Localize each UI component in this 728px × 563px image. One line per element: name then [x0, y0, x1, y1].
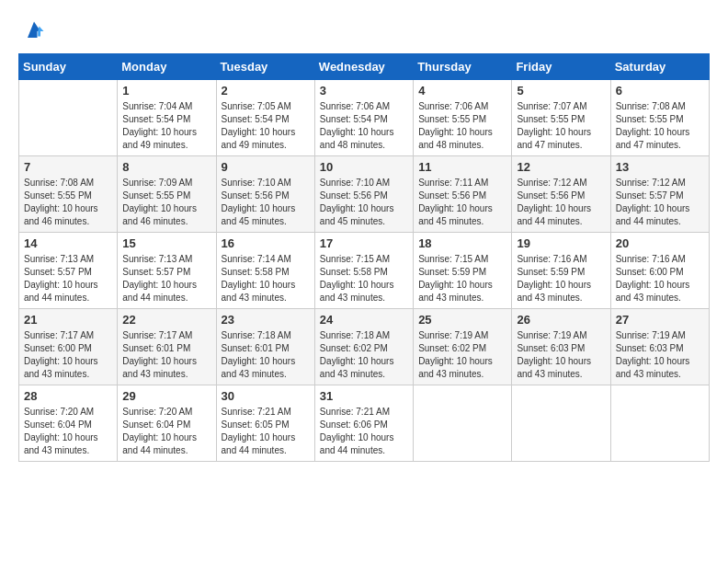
day-detail: Sunrise: 7:14 AMSunset: 5:58 PMDaylight:…: [222, 253, 310, 304]
calendar-week-row: 1Sunrise: 7:04 AMSunset: 5:54 PMDaylight…: [19, 80, 710, 156]
calendar-cell: 20Sunrise: 7:16 AMSunset: 6:00 PMDayligh…: [610, 233, 709, 309]
calendar-cell: 6Sunrise: 7:08 AMSunset: 5:55 PMDaylight…: [610, 80, 709, 156]
day-number: 24: [320, 313, 408, 327]
day-number: 12: [517, 160, 605, 174]
day-detail: Sunrise: 7:19 AMSunset: 6:02 PMDaylight:…: [418, 329, 506, 381]
day-number: 26: [517, 313, 605, 327]
day-detail: Sunrise: 7:19 AMSunset: 6:03 PMDaylight:…: [517, 329, 605, 381]
day-number: 21: [24, 313, 112, 327]
calendar-cell: 12Sunrise: 7:12 AMSunset: 5:56 PMDayligh…: [512, 156, 610, 233]
calendar-header-wednesday: Wednesday: [314, 54, 413, 80]
day-detail: Sunrise: 7:18 AMSunset: 6:02 PMDaylight:…: [320, 329, 408, 381]
calendar-cell: 25Sunrise: 7:19 AMSunset: 6:02 PMDayligh…: [414, 309, 512, 385]
calendar-cell: 24Sunrise: 7:18 AMSunset: 6:02 PMDayligh…: [314, 309, 413, 385]
day-number: 8: [122, 160, 210, 174]
day-detail: Sunrise: 7:12 AMSunset: 5:56 PMDaylight:…: [517, 177, 605, 228]
calendar-cell: 10Sunrise: 7:10 AMSunset: 5:56 PMDayligh…: [314, 156, 413, 233]
calendar-cell: 5Sunrise: 7:07 AMSunset: 5:55 PMDaylight…: [512, 80, 610, 156]
day-detail: Sunrise: 7:13 AMSunset: 5:57 PMDaylight:…: [24, 253, 112, 304]
calendar-header-sunday: Sunday: [19, 54, 118, 80]
calendar-cell: 3Sunrise: 7:06 AMSunset: 5:54 PMDaylight…: [314, 80, 413, 156]
day-detail: Sunrise: 7:16 AMSunset: 5:59 PMDaylight:…: [517, 253, 605, 304]
day-number: 4: [418, 84, 506, 98]
day-detail: Sunrise: 7:09 AMSunset: 5:55 PMDaylight:…: [122, 177, 210, 228]
calendar-cell: 14Sunrise: 7:13 AMSunset: 5:57 PMDayligh…: [19, 233, 118, 309]
page-header: [18, 18, 710, 44]
calendar-cell: 18Sunrise: 7:15 AMSunset: 5:59 PMDayligh…: [414, 233, 512, 309]
calendar-header-tuesday: Tuesday: [216, 54, 314, 80]
calendar-header-monday: Monday: [118, 54, 216, 80]
calendar-cell: 21Sunrise: 7:17 AMSunset: 6:00 PMDayligh…: [19, 309, 118, 385]
day-detail: Sunrise: 7:17 AMSunset: 6:00 PMDaylight:…: [24, 329, 112, 381]
day-number: 3: [320, 84, 408, 98]
calendar-header-saturday: Saturday: [610, 54, 709, 80]
calendar-cell: 16Sunrise: 7:14 AMSunset: 5:58 PMDayligh…: [216, 233, 314, 309]
calendar-cell: 7Sunrise: 7:08 AMSunset: 5:55 PMDaylight…: [19, 156, 118, 233]
day-number: 16: [222, 236, 310, 250]
day-number: 9: [222, 160, 310, 174]
day-detail: Sunrise: 7:06 AMSunset: 5:55 PMDaylight:…: [418, 100, 506, 152]
calendar-header-thursday: Thursday: [414, 54, 512, 80]
day-number: 25: [418, 313, 506, 327]
calendar-cell: 31Sunrise: 7:21 AMSunset: 6:06 PMDayligh…: [314, 385, 413, 462]
calendar-cell: [414, 385, 512, 462]
calendar-cell: 30Sunrise: 7:21 AMSunset: 6:05 PMDayligh…: [216, 385, 314, 462]
calendar-cell: 29Sunrise: 7:20 AMSunset: 6:04 PMDayligh…: [118, 385, 216, 462]
day-number: 27: [616, 313, 704, 327]
day-detail: Sunrise: 7:08 AMSunset: 5:55 PMDaylight:…: [616, 100, 704, 152]
day-detail: Sunrise: 7:17 AMSunset: 6:01 PMDaylight:…: [122, 329, 210, 381]
calendar-week-row: 7Sunrise: 7:08 AMSunset: 5:55 PMDaylight…: [19, 156, 710, 233]
day-number: 22: [122, 313, 210, 327]
day-number: 13: [616, 160, 704, 174]
calendar-cell: 4Sunrise: 7:06 AMSunset: 5:55 PMDaylight…: [414, 80, 512, 156]
calendar-cell: [610, 385, 709, 462]
calendar-table: SundayMondayTuesdayWednesdayThursdayFrid…: [18, 53, 710, 462]
day-number: 29: [122, 389, 210, 403]
day-number: 7: [24, 160, 112, 174]
day-number: 28: [24, 389, 112, 403]
calendar-cell: [19, 80, 118, 156]
day-detail: Sunrise: 7:21 AMSunset: 6:05 PMDaylight:…: [222, 406, 310, 457]
day-detail: Sunrise: 7:06 AMSunset: 5:54 PMDaylight:…: [320, 100, 408, 152]
day-number: 11: [418, 160, 506, 174]
day-detail: Sunrise: 7:16 AMSunset: 6:00 PMDaylight:…: [616, 253, 704, 304]
day-detail: Sunrise: 7:20 AMSunset: 6:04 PMDaylight:…: [122, 406, 210, 457]
calendar-cell: 2Sunrise: 7:05 AMSunset: 5:54 PMDaylight…: [216, 80, 314, 156]
day-number: 31: [320, 389, 408, 403]
day-number: 1: [122, 84, 210, 98]
day-number: 17: [320, 236, 408, 250]
day-detail: Sunrise: 7:18 AMSunset: 6:01 PMDaylight:…: [222, 329, 310, 381]
day-number: 6: [616, 84, 704, 98]
logo-icon: [21, 18, 47, 44]
day-number: 15: [122, 236, 210, 250]
calendar-header-row: SundayMondayTuesdayWednesdayThursdayFrid…: [19, 54, 710, 80]
calendar-cell: 9Sunrise: 7:10 AMSunset: 5:56 PMDaylight…: [216, 156, 314, 233]
calendar-week-row: 21Sunrise: 7:17 AMSunset: 6:00 PMDayligh…: [19, 309, 710, 385]
day-detail: Sunrise: 7:21 AMSunset: 6:06 PMDaylight:…: [320, 406, 408, 457]
day-number: 30: [222, 389, 310, 403]
calendar-cell: 15Sunrise: 7:13 AMSunset: 5:57 PMDayligh…: [118, 233, 216, 309]
calendar-week-row: 14Sunrise: 7:13 AMSunset: 5:57 PMDayligh…: [19, 233, 710, 309]
calendar-header-friday: Friday: [512, 54, 610, 80]
day-detail: Sunrise: 7:13 AMSunset: 5:57 PMDaylight:…: [122, 253, 210, 304]
calendar-cell: 27Sunrise: 7:19 AMSunset: 6:03 PMDayligh…: [610, 309, 709, 385]
day-detail: Sunrise: 7:15 AMSunset: 5:58 PMDaylight:…: [320, 253, 408, 304]
day-detail: Sunrise: 7:10 AMSunset: 5:56 PMDaylight:…: [320, 177, 408, 228]
day-detail: Sunrise: 7:10 AMSunset: 5:56 PMDaylight:…: [222, 177, 310, 228]
calendar-week-row: 28Sunrise: 7:20 AMSunset: 6:04 PMDayligh…: [19, 385, 710, 462]
calendar-cell: 1Sunrise: 7:04 AMSunset: 5:54 PMDaylight…: [118, 80, 216, 156]
day-number: 14: [24, 236, 112, 250]
day-detail: Sunrise: 7:05 AMSunset: 5:54 PMDaylight:…: [222, 100, 310, 152]
calendar-cell: 11Sunrise: 7:11 AMSunset: 5:56 PMDayligh…: [414, 156, 512, 233]
calendar-cell: 17Sunrise: 7:15 AMSunset: 5:58 PMDayligh…: [314, 233, 413, 309]
logo: [18, 18, 47, 44]
day-number: 20: [616, 236, 704, 250]
calendar-cell: 26Sunrise: 7:19 AMSunset: 6:03 PMDayligh…: [512, 309, 610, 385]
day-number: 18: [418, 236, 506, 250]
day-number: 2: [222, 84, 310, 98]
day-number: 23: [222, 313, 310, 327]
day-detail: Sunrise: 7:07 AMSunset: 5:55 PMDaylight:…: [517, 100, 605, 152]
calendar-cell: 19Sunrise: 7:16 AMSunset: 5:59 PMDayligh…: [512, 233, 610, 309]
day-number: 5: [517, 84, 605, 98]
day-detail: Sunrise: 7:11 AMSunset: 5:56 PMDaylight:…: [418, 177, 506, 228]
